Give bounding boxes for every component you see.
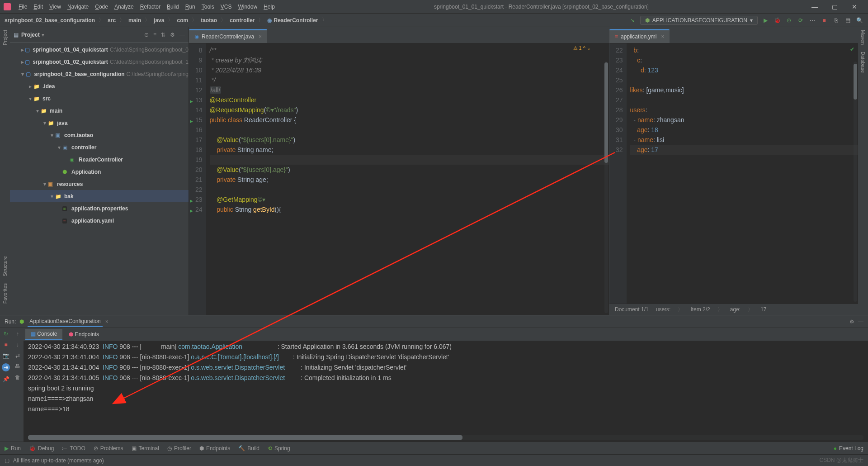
gear-icon[interactable]: ⚙	[849, 319, 854, 325]
menu-analyze[interactable]: Analyze	[111, 4, 137, 10]
project-tool-button[interactable]: Project	[2, 30, 8, 45]
menu-build[interactable]: Build	[164, 4, 182, 10]
down-icon[interactable]: ↓	[16, 342, 19, 348]
tree-row[interactable]: Application	[10, 166, 189, 178]
chevron-down-icon[interactable]: ▾	[42, 32, 44, 38]
collapse-icon[interactable]: ⇅	[161, 32, 165, 38]
coverage-icon[interactable]: ⊙	[785, 16, 793, 24]
expand-icon[interactable]: ≡	[153, 32, 156, 38]
run-button-icon[interactable]: ▶	[761, 16, 769, 24]
tree-row[interactable]: ▾com.taotao	[10, 129, 189, 141]
crumb[interactable]: age:	[730, 306, 741, 313]
inspection-indicator[interactable]: ⚠ 1 ^ ⌄	[573, 45, 591, 51]
tree-row[interactable]: ▾controller	[10, 141, 189, 153]
code-area-right[interactable]: 2223242526272829303132 b: c: d: 123 like…	[609, 43, 858, 304]
crumb[interactable]: 17	[760, 306, 766, 313]
breadcrumbs[interactable]: srpingboot_02_base_configuration〉src〉mai…	[5, 16, 329, 24]
pin-icon[interactable]: 📌	[3, 376, 9, 382]
tool-window-icon[interactable]: ▢	[5, 457, 9, 464]
spring-tool-button[interactable]: ⟲Spring	[268, 445, 290, 452]
maven-tool-button[interactable]: Maven	[860, 30, 866, 45]
camera-icon[interactable]: 📷	[3, 352, 9, 359]
tree-row[interactable]: ▾resources	[10, 178, 189, 190]
breadcrumb-item[interactable]: java	[154, 17, 164, 24]
editor-breadcrumb-bar[interactable]: Document 1/1 users:〉 Item 2/2〉 age:〉 17	[609, 304, 858, 315]
tab-reader-controller[interactable]: ◉ ReaderController.java ×	[189, 29, 267, 43]
profiler-tool-button[interactable]: ◷Profiler	[167, 445, 191, 452]
run-configuration-selector[interactable]: ⬢ APPLICATIONBASECONFIGURATION ▾	[640, 16, 758, 25]
database-tool-button[interactable]: Database	[860, 52, 866, 73]
vertical-scrollbar[interactable]	[854, 62, 857, 302]
profile-icon[interactable]: ⟳	[797, 16, 805, 24]
build-hammer-icon[interactable]: ↘	[628, 16, 637, 24]
debug-button-icon[interactable]: 🐞	[773, 16, 781, 24]
breadcrumb-item[interactable]: src	[108, 17, 116, 24]
locate-icon[interactable]: ⊙	[144, 32, 149, 38]
tree-row[interactable]: ▾bak	[10, 190, 189, 202]
menu-help[interactable]: Help	[260, 4, 278, 10]
project-tree[interactable]: ▸springboot_01_04_quickstartC:\Idea\Spri…	[10, 43, 189, 315]
terminal-tool-button[interactable]: ▣Terminal	[132, 445, 159, 452]
close-run-tab-icon[interactable]: ×	[105, 319, 108, 325]
breadcrumb-item[interactable]: main	[128, 17, 141, 24]
menu-vcs[interactable]: VCS	[217, 4, 235, 10]
breadcrumb-item[interactable]: controller	[230, 17, 255, 24]
breadcrumb-item[interactable]: srpingboot_02_base_configuration	[5, 17, 95, 24]
run-tab[interactable]: ApplicationBaseConfiguration	[28, 316, 102, 327]
maximize-button[interactable]: ▢	[825, 3, 844, 10]
event-log-button[interactable]: Event Log	[834, 445, 863, 452]
print-icon[interactable]: 🖶	[15, 363, 20, 370]
tree-row[interactable]: ▸srpingboot_01_02_quickstartC:\Idea\Spri…	[10, 56, 189, 68]
tree-row[interactable]: ▾java	[10, 117, 189, 129]
git-icon[interactable]: ⎘	[832, 16, 840, 24]
menu-code[interactable]: Code	[92, 4, 111, 10]
menu-tools[interactable]: Tools	[198, 4, 217, 10]
menu-refactor[interactable]: Refactor	[137, 4, 164, 10]
up-icon[interactable]: ↑	[16, 331, 19, 337]
menu-navigate[interactable]: Navigate	[64, 4, 92, 10]
menu-run[interactable]: Run	[182, 4, 198, 10]
tree-row[interactable]: application.yaml	[10, 214, 189, 227]
stop-icon[interactable]: ■	[4, 342, 7, 348]
todo-tool-button[interactable]: ≔TODO	[62, 445, 85, 452]
build-tool-button[interactable]: 🔨Build	[238, 445, 259, 452]
rerun-icon[interactable]: ↻	[4, 331, 8, 337]
tree-row[interactable]: ▾src	[10, 92, 189, 105]
tree-row[interactable]: ▸springboot_01_04_quickstartC:\Idea\Spri…	[10, 43, 189, 56]
trash-icon[interactable]: 🗑	[15, 374, 20, 380]
attach-icon[interactable]: ⋯	[808, 16, 816, 24]
tree-row[interactable]: ▸.idea	[10, 80, 189, 92]
debug-tool-button[interactable]: 🐞Debug	[29, 445, 54, 452]
breadcrumb-item[interactable]: taotao	[201, 17, 217, 24]
horizontal-scrollbar[interactable]	[28, 435, 863, 440]
project-panel-title[interactable]: Project	[21, 32, 40, 38]
exit-icon[interactable]: ⇥	[2, 363, 10, 371]
gear-icon[interactable]: ⚙	[170, 32, 175, 38]
breadcrumb-item[interactable]: com	[177, 17, 188, 24]
minimize-button[interactable]: —	[805, 3, 825, 10]
vertical-scrollbar[interactable]	[604, 62, 608, 313]
code-area-left[interactable]: 89101112131415161718192021222324 /** * c…	[189, 43, 609, 315]
code-body[interactable]: /** * create by 刘鸿涛 * 2022/4/28 16:39 */…	[206, 43, 609, 315]
wrap-icon[interactable]: ⇄	[15, 352, 20, 359]
tree-row[interactable]: application.properties	[10, 202, 189, 214]
crumb[interactable]: users:	[656, 306, 671, 313]
favorites-tool-button[interactable]: Favorites	[2, 283, 8, 304]
console-tab[interactable]: ▦ Console	[25, 329, 62, 340]
close-tab-icon[interactable]: ×	[259, 33, 262, 40]
structure-tool-button[interactable]: Structure	[2, 256, 8, 276]
problems-tool-button[interactable]: ⊘Problems	[94, 445, 123, 452]
console-output[interactable]: 2022-04-30 21:34:40.923 INFO 908 --- [ m…	[24, 341, 868, 434]
structure-icon[interactable]: ▤	[844, 16, 852, 24]
breadcrumb-item[interactable]: ReaderController	[274, 17, 318, 24]
menu-window[interactable]: Window	[235, 4, 260, 10]
search-icon[interactable]: 🔍	[855, 16, 863, 24]
tree-row[interactable]: ReaderController	[10, 153, 189, 166]
menu-edit[interactable]: Edit	[30, 4, 46, 10]
run-tool-button[interactable]: ▶Run	[5, 445, 21, 452]
hide-icon[interactable]: —	[858, 319, 863, 325]
menu-view[interactable]: View	[46, 4, 64, 10]
tab-application-yml[interactable]: ≡ application.yml ×	[609, 29, 670, 43]
menu-file[interactable]: File	[15, 4, 30, 10]
close-button[interactable]: ✕	[844, 3, 864, 10]
